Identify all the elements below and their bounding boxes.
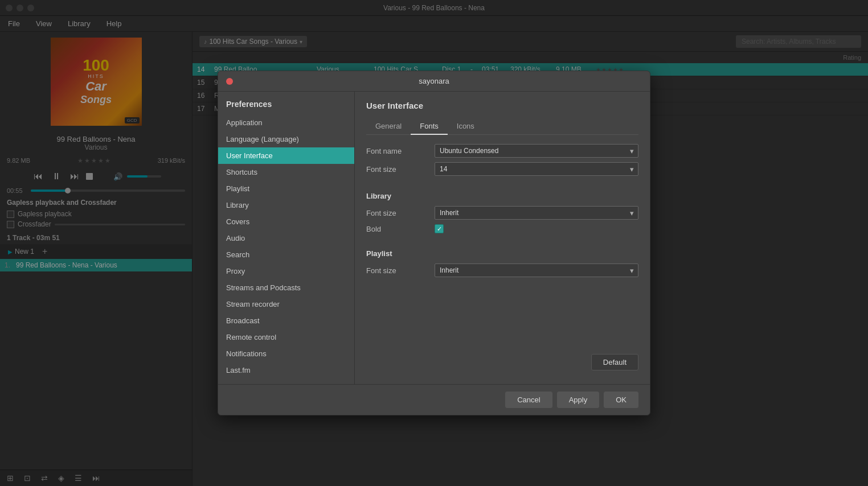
pref-item-audio[interactable]: Audio <box>218 230 354 246</box>
library-font-size-wrapper: Inherit 10 11 12 13 14 <box>435 206 638 220</box>
pref-item-covers[interactable]: Covers <box>218 213 354 230</box>
preferences-sidebar: Preferences Application Language (Langua… <box>218 92 355 384</box>
modal-body: Preferences Application Language (Langua… <box>218 92 650 384</box>
font-name-select-wrapper: Ubuntu Condensed Ubuntu Sans Monospace <box>435 144 638 158</box>
modal-overlay: sayonara Preferences Application Languag… <box>0 0 868 486</box>
playlist-font-size-wrapper: Inherit 10 11 12 13 14 <box>435 263 638 277</box>
tab-icons[interactable]: Icons <box>448 118 484 135</box>
content-spacer <box>366 293 638 354</box>
playlist-section-title: Playlist <box>366 249 638 258</box>
tab-fonts[interactable]: Fonts <box>411 118 448 135</box>
pref-item-library[interactable]: Library <box>218 197 354 213</box>
default-button[interactable]: Default <box>591 354 638 370</box>
pref-content-title: User Interface <box>366 101 638 110</box>
playlist-font-size-row: Font size Inherit 10 11 12 13 14 <box>366 263 638 277</box>
pref-item-proxy[interactable]: Proxy <box>218 263 354 279</box>
modal-title: sayonara <box>233 77 635 85</box>
library-settings-group: Library Font size Inherit 10 11 12 13 14 <box>366 192 638 238</box>
library-font-size-label: Font size <box>366 209 435 217</box>
font-name-select[interactable]: Ubuntu Condensed Ubuntu Sans Monospace <box>435 144 638 158</box>
library-bold-label: Bold <box>366 225 435 233</box>
library-font-size-select[interactable]: Inherit 10 11 12 13 14 <box>435 206 638 220</box>
pref-tabs: General Fonts Icons <box>366 118 638 135</box>
default-button-area: Default <box>366 354 638 370</box>
library-bold-row: Bold ✓ <box>366 224 638 233</box>
playlist-font-size-label: Font size <box>366 266 435 275</box>
pref-item-remote[interactable]: Remote control <box>218 329 354 345</box>
pref-item-lastfm[interactable]: Last.fm <box>218 362 354 378</box>
font-size-row: Font size 14 10 11 12 13 15 16 <box>366 162 638 176</box>
playlist-settings-group: Playlist Font size Inherit 10 11 12 13 1… <box>366 249 638 282</box>
font-settings-group: Font name Ubuntu Condensed Ubuntu Sans M… <box>366 144 638 180</box>
tab-general[interactable]: General <box>366 118 411 135</box>
font-name-label: Font name <box>366 147 435 155</box>
preferences-content: User Interface General Fonts Icons Font … <box>355 92 650 384</box>
pref-item-language[interactable]: Language (Language) <box>218 131 354 147</box>
pref-item-notifications[interactable]: Notifications <box>218 345 354 362</box>
font-size-select-wrapper: 14 10 11 12 13 15 16 <box>435 162 638 176</box>
apply-button[interactable]: Apply <box>557 392 600 408</box>
pref-item-broadcast[interactable]: Broadcast <box>218 312 354 329</box>
library-font-size-row: Font size Inherit 10 11 12 13 14 <box>366 206 638 220</box>
pref-item-stream-recorder[interactable]: Stream recorder <box>218 296 354 312</box>
preferences-title: Preferences <box>218 97 354 114</box>
preferences-dialog: sayonara Preferences Application Languag… <box>218 71 650 415</box>
pref-item-search[interactable]: Search <box>218 246 354 263</box>
ok-button[interactable]: OK <box>604 392 638 408</box>
pref-item-application[interactable]: Application <box>218 114 354 131</box>
pref-item-user-interface[interactable]: User Interface <box>218 147 354 164</box>
modal-titlebar: sayonara <box>218 71 650 92</box>
pref-item-streams[interactable]: Streams and Podcasts <box>218 279 354 296</box>
font-name-row: Font name Ubuntu Condensed Ubuntu Sans M… <box>366 144 638 158</box>
pref-item-playlist[interactable]: Playlist <box>218 180 354 197</box>
modal-footer: Cancel Apply OK <box>218 384 650 415</box>
cancel-button[interactable]: Cancel <box>505 392 552 408</box>
modal-close-button[interactable] <box>226 78 233 85</box>
library-section-title: Library <box>366 192 638 200</box>
font-size-label: Font size <box>366 165 435 174</box>
pref-item-shortcuts[interactable]: Shortcuts <box>218 164 354 180</box>
library-bold-checkbox[interactable]: ✓ <box>435 224 444 233</box>
font-size-select[interactable]: 14 10 11 12 13 15 16 <box>435 162 638 176</box>
playlist-font-size-select[interactable]: Inherit 10 11 12 13 14 <box>435 263 638 277</box>
